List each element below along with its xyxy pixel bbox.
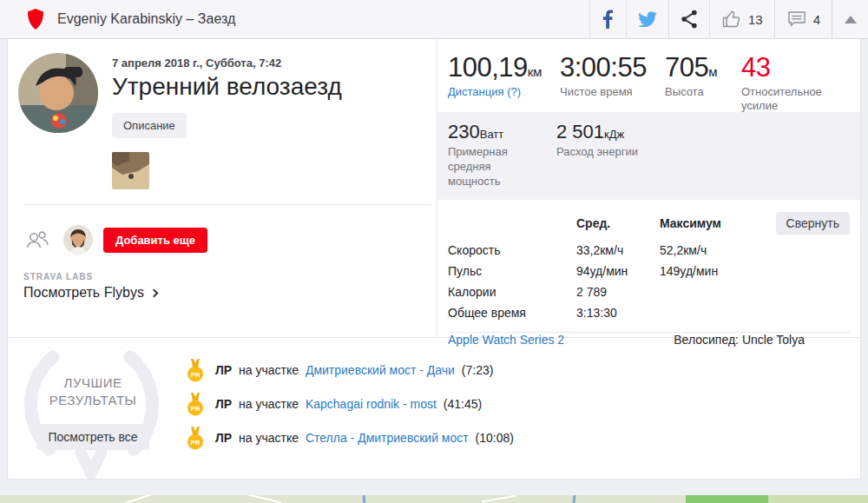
pr-middle-text: на участке [239, 397, 299, 411]
elapsed-time-value: 3:13:30 [576, 302, 660, 323]
page-title: Evgeniy Karabinskiy – Заезд [57, 11, 235, 27]
power-stats-box: 230Ватт Примерная средняя мощность 2 501… [437, 112, 860, 200]
speed-label: Скорость [448, 240, 576, 261]
pr-middle-text: на участке [239, 431, 299, 445]
collapse-header-button[interactable] [832, 0, 868, 38]
map-preview-edge[interactable] [0, 495, 868, 503]
pr-medal-icon: PR [187, 393, 204, 416]
tagged-athlete-avatar[interactable] [63, 225, 93, 255]
comments-button[interactable]: 4 [774, 0, 832, 38]
distance-value: 100,19 [448, 52, 528, 83]
stat-distance: 100,19км Дистанция (?) [448, 52, 556, 112]
athlete-photo [18, 53, 98, 133]
athlete-avatar[interactable] [18, 53, 98, 133]
distance-unit: км [528, 64, 542, 79]
metrics-header-row: Сред. Максимум Свернуть [448, 208, 850, 240]
best-results-title-line2: РЕЗУЛЬТАТЫ [8, 392, 178, 409]
pr-middle-text: на участке [239, 363, 299, 377]
pr-medal-label: PR [190, 404, 200, 412]
pr-prefix: ЛР [215, 363, 232, 377]
twitter-icon [638, 11, 657, 27]
map-road [122, 495, 156, 503]
relative-effort-label: Относительное усилие [741, 85, 845, 114]
twitter-share-button[interactable] [626, 0, 668, 38]
top-header-bar: Evgeniy Karabinskiy – Заезд [0, 0, 868, 39]
elevation-unit: м [708, 64, 717, 79]
calories-label: Калории [448, 281, 576, 302]
triangle-up-icon [845, 16, 857, 23]
description-button[interactable]: Описание [112, 113, 187, 138]
pr-row-2: PR ЛР на участке Kapchagai rodnik - most… [187, 393, 514, 415]
stat-relative-effort: 43 Относительное усилие [741, 52, 845, 112]
segment-link[interactable]: Дмитриевский мост - Дачи [306, 363, 455, 377]
distance-label-link[interactable]: Дистанция (?) [448, 85, 556, 99]
table-row-elapsed-time: Общее время 3:13:30 [448, 302, 850, 323]
activity-photo-thumbnail[interactable] [112, 152, 149, 189]
laurel-wreath-icon [20, 341, 163, 479]
table-row-heartrate: Пульс 94уд/мин 149уд/мин [448, 261, 850, 281]
comments-count: 4 [813, 12, 820, 27]
pr-medal-label: PR [190, 370, 200, 378]
energy-value: 2 501 [556, 121, 604, 142]
heartrate-max: 149уд/мин [660, 261, 746, 281]
strava-shield-icon [26, 8, 45, 30]
map-park-area [768, 495, 868, 503]
segment-time: (7:23) [462, 363, 494, 377]
activity-summary-panel: 7 апреля 2018 г., Суббота, 7:42 Утренний… [8, 39, 437, 337]
map-road [247, 495, 281, 503]
view-all-button[interactable]: Посмотреть все [36, 424, 148, 450]
elevation-value: 705 [665, 52, 708, 83]
map-river [572, 495, 575, 503]
metrics-table-section: Сред. Максимум Свернуть Скорость 33,2км/… [437, 200, 860, 323]
moving-time-value: 3:00:55 [560, 52, 647, 83]
pr-medal-icon: PR [187, 427, 204, 450]
best-results-title: ЛУЧШИЕ РЕЗУЛЬТАТЫ [8, 374, 178, 410]
flybys-link-label: Посмотреть Flybys [23, 285, 144, 301]
left-section-divider [23, 204, 431, 205]
segment-link[interactable]: Стелла - Дмитриевский мост [306, 431, 469, 445]
segment-link[interactable]: Kapchagai rodnik - most [306, 397, 437, 411]
map-park-area [686, 495, 768, 503]
add-more-button[interactable]: Добавить еще [103, 228, 207, 253]
calories-value: 2 789 [576, 281, 660, 302]
calories-max [660, 281, 746, 302]
share-toolbar: 13 4 [589, 0, 868, 38]
map-road [482, 495, 516, 502]
heartrate-avg: 94уд/мин [576, 261, 660, 281]
kudos-button[interactable]: 13 [709, 0, 774, 38]
group-athletes-icon [25, 230, 49, 249]
pr-medal-icon: PR [187, 359, 204, 382]
max-column-header: Максимум [660, 208, 746, 240]
avg-power-unit: Ватт [480, 128, 504, 141]
comment-icon [786, 9, 807, 30]
best-results-badge: ЛУЧШИЕ РЕЗУЛЬТАТЫ Посмотреть все [8, 338, 178, 479]
best-results-section: ЛУЧШИЕ РЕЗУЛЬТАТЫ Посмотреть все PR ЛР н… [8, 338, 860, 479]
chevron-right-icon [149, 288, 158, 297]
flybys-link[interactable]: Посмотреть Flybys [23, 285, 437, 301]
stat-elevation: 705м Высота [665, 52, 738, 112]
map-river [363, 495, 366, 503]
avg-column-header: Сред. [576, 208, 660, 240]
elapsed-time-label: Общее время [448, 302, 576, 323]
stat-avg-power: 230Ватт Примерная средняя мощность [448, 121, 556, 189]
elevation-label: Высота [665, 85, 738, 99]
share-button[interactable] [668, 0, 709, 38]
segment-time: (10:08) [476, 431, 514, 445]
thumbs-up-icon [721, 9, 742, 30]
page-background-gap [0, 480, 868, 495]
strava-labs-label: STRAVA LABS [23, 272, 437, 281]
activity-title: Утренний велозаезд [112, 73, 342, 101]
pr-prefix: ЛР [215, 397, 232, 411]
energy-unit: кДж [604, 128, 624, 141]
collapse-table-button[interactable]: Свернуть [776, 212, 850, 235]
pr-medal-label: PR [190, 438, 200, 446]
table-row-speed: Скорость 33,2км/ч 52,2км/ч [448, 240, 850, 261]
tagged-athlete-photo [63, 225, 93, 255]
segment-time: (41:45) [444, 397, 482, 411]
pr-row-3: PR ЛР на участке Стелла - Дмитриевский м… [187, 427, 514, 449]
facebook-icon [602, 10, 613, 29]
best-results-title-line1: ЛУЧШИЕ [8, 374, 178, 392]
share-icon [681, 10, 698, 29]
table-row-calories: Калории 2 789 [448, 281, 850, 302]
facebook-share-button[interactable] [589, 0, 626, 38]
